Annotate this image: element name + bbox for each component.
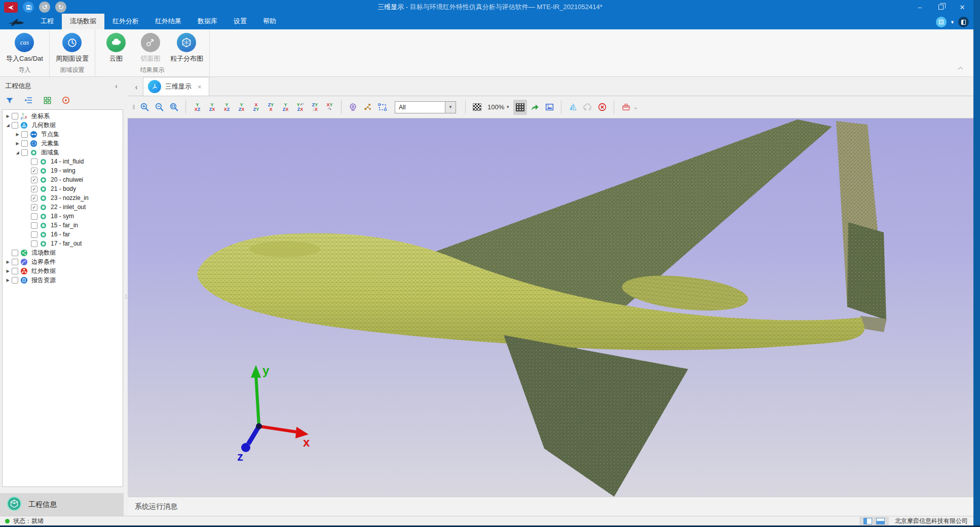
tree-checkbox[interactable] (31, 213, 37, 220)
tree-checkbox[interactable] (12, 277, 18, 283)
marquee-icon[interactable] (375, 100, 389, 115)
tree-row[interactable]: ▶元素集 (3, 139, 123, 148)
tab-close-icon[interactable]: × (198, 83, 202, 91)
zoom-out-icon[interactable] (153, 100, 166, 115)
ribbon-button[interactable]: cas导入Cas/Dat (6, 32, 43, 63)
close-button[interactable]: ✕ (952, 0, 973, 14)
grid-toggle-icon[interactable] (513, 100, 527, 115)
ribbon-collapse-icon[interactable] (957, 63, 964, 72)
panel-left-icon[interactable] (863, 518, 872, 524)
save-icon[interactable] (23, 2, 34, 13)
tree-row[interactable]: ✓21 - body (3, 184, 123, 193)
zoom-level-select[interactable]: 100%▼ (487, 103, 510, 111)
layout-icon[interactable] (42, 95, 53, 105)
maximize-button[interactable] (930, 0, 952, 14)
export-arrow-icon[interactable] (528, 100, 542, 115)
view-front-icon[interactable]: YXZ (191, 100, 204, 115)
tree-row[interactable]: ✓19 - wing (3, 166, 123, 175)
tree-expander-icon[interactable]: ◢ (14, 150, 21, 155)
tree-checkbox[interactable] (31, 231, 37, 238)
menu-item[interactable]: 数据库 (190, 14, 225, 29)
tree-checkbox[interactable] (12, 268, 18, 274)
tree-checkbox[interactable] (12, 259, 18, 265)
tree-checkbox[interactable] (31, 158, 37, 165)
dropdown-caret-icon[interactable]: ▼ (950, 20, 955, 25)
tree-row[interactable]: ◢面域集 (3, 148, 123, 157)
tree-checkbox[interactable] (31, 222, 37, 229)
view-left-icon[interactable]: YXZ (220, 100, 234, 115)
tree-row[interactable]: 17 - far_out (3, 239, 123, 248)
tree-checkbox[interactable]: ✓ (31, 177, 37, 183)
cancel-icon[interactable] (595, 100, 609, 115)
ribbon-button[interactable]: 周期面设置 (56, 32, 89, 63)
viewport-3d[interactable]: y x z (128, 118, 980, 497)
tab-3d-view[interactable]: 三维显示 × (143, 77, 209, 96)
menu-item[interactable]: 流场数据 (62, 14, 104, 29)
tree-row[interactable]: ▶YZX坐标系 (3, 111, 123, 120)
point-cloud-icon[interactable] (581, 100, 594, 115)
tab-scroll-left-icon[interactable]: ‹ (130, 83, 143, 96)
tree-checkbox[interactable] (12, 250, 18, 256)
theme-icon[interactable] (958, 17, 969, 27)
tree-expander-icon[interactable]: ▶ (5, 269, 11, 273)
tree-row[interactable]: ▶红外数据 (3, 266, 123, 275)
display-filter-combo[interactable]: All▼ (395, 101, 456, 113)
tree-checkbox[interactable] (12, 113, 18, 119)
zoom-in-icon[interactable] (138, 100, 152, 115)
combo-arrow-icon[interactable]: ▼ (445, 101, 456, 113)
tree-expander-icon[interactable]: ▶ (14, 132, 21, 137)
tree-row[interactable]: ▶节点集 (3, 130, 123, 139)
tree-row[interactable]: 15 - far_in (3, 221, 123, 230)
tree-row[interactable]: ▶边界条件 (3, 257, 123, 266)
tree-row[interactable]: 流场数据 (3, 248, 123, 257)
style-toggle-icon[interactable] (936, 17, 947, 27)
tree-checkbox[interactable]: ✓ (31, 186, 37, 192)
toolbar-drag-handle[interactable]: ‖ (131, 104, 137, 111)
menu-item[interactable]: 工程 (32, 14, 62, 29)
transparency-icon[interactable] (470, 100, 484, 115)
tree-row[interactable]: 18 - sym (3, 212, 123, 221)
tree-checkbox[interactable]: ✓ (31, 168, 37, 174)
particles-icon[interactable] (361, 100, 374, 115)
panel-footer-tab[interactable]: 工程信息 (0, 493, 124, 516)
tree-checkbox[interactable] (31, 240, 37, 247)
view-iso-icon[interactable]: YZX (279, 100, 292, 115)
tree-expander-icon[interactable]: ◢ (5, 123, 11, 128)
snapshot-icon[interactable] (543, 100, 556, 115)
tree-row[interactable]: ✓23 - nozzle_in (3, 193, 123, 202)
panel-splitter[interactable]: ⁞ (124, 77, 128, 516)
tree-expander-icon[interactable]: ▶ (14, 141, 21, 146)
tree-checkbox[interactable]: ✓ (31, 204, 37, 211)
tree-checkbox[interactable] (21, 149, 28, 156)
probe-icon[interactable] (346, 100, 360, 115)
tree-expander-icon[interactable]: ▶ (5, 260, 11, 264)
view-down-icon[interactable]: ZY↓X (308, 100, 322, 115)
menu-item[interactable]: 红外分析 (104, 14, 147, 29)
view-top-icon[interactable]: XZY (249, 100, 263, 115)
view-bottom-icon[interactable]: ZYX (264, 100, 278, 115)
menu-item[interactable]: 红外结果 (147, 14, 190, 29)
tree-row[interactable]: ✓22 - inlet_out (3, 202, 123, 212)
capture-box-icon[interactable]: ⌄ (619, 100, 640, 115)
tree-expander-icon[interactable]: ▶ (5, 114, 11, 118)
tree-checkbox[interactable] (21, 140, 28, 147)
menu-item[interactable]: 帮助 (255, 14, 284, 29)
app-pin-icon[interactable] (4, 2, 18, 13)
tree-row[interactable]: 16 - far (3, 230, 123, 239)
outline-icon[interactable] (23, 95, 34, 105)
view-back-icon[interactable]: YZX (205, 100, 219, 115)
zoom-fit-icon[interactable] (167, 100, 181, 115)
tree-row[interactable]: ◢几何数据 (3, 120, 123, 130)
ribbon-button[interactable]: 粒子分布图 (170, 32, 203, 63)
view-right-icon[interactable]: YZX (235, 100, 248, 115)
ribbon-button[interactable]: 云图 (101, 32, 131, 63)
tree-row[interactable]: ✓20 - chuiwei (3, 175, 123, 184)
minimize-button[interactable]: – (909, 0, 930, 14)
panel-bottom-icon[interactable] (876, 518, 885, 524)
tree-checkbox[interactable] (12, 122, 18, 129)
tree-row[interactable]: ▶报告资源 (3, 275, 123, 285)
undo-icon[interactable]: ↺ (39, 2, 50, 13)
ribbon-button[interactable]: 切面图 (136, 32, 165, 63)
target-icon[interactable] (60, 95, 71, 105)
tree-row[interactable]: 14 - int_fluid (3, 157, 123, 166)
